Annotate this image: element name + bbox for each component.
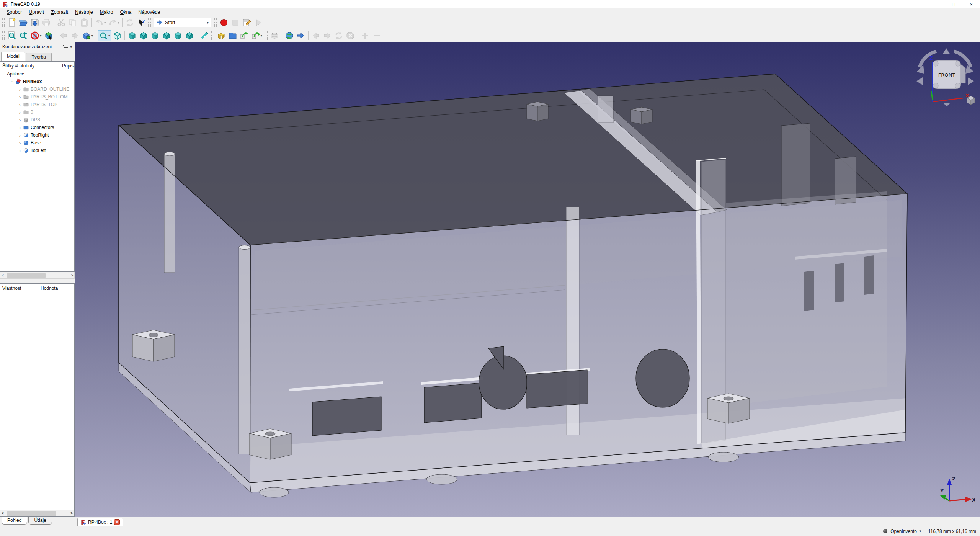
tree-item-topleft[interactable]: ›TopLeft bbox=[0, 147, 74, 154]
navcube-up-arrow[interactable] bbox=[942, 48, 950, 54]
fit-selection-button[interactable] bbox=[18, 30, 29, 41]
tree-item-0[interactable]: ›0 bbox=[0, 108, 74, 116]
expand-icon[interactable]: › bbox=[18, 87, 22, 92]
tree-item-parts-bottom[interactable]: ›PARTS_BOTTOM bbox=[0, 93, 74, 101]
home-view-button[interactable]: ▾ bbox=[81, 30, 95, 41]
renderer-selector[interactable]: OpenInvento ▼ bbox=[890, 529, 922, 534]
toolbar-drag-handle[interactable] bbox=[214, 18, 217, 27]
chevron-down-icon[interactable]: ▾ bbox=[261, 34, 263, 38]
document-tab[interactable]: RPi4Box : 1 ✕ bbox=[77, 518, 123, 526]
copy-button[interactable] bbox=[67, 17, 78, 28]
refresh-button[interactable] bbox=[124, 17, 136, 28]
macro-stop-button[interactable] bbox=[230, 17, 241, 28]
toolbar-drag-handle[interactable] bbox=[2, 31, 5, 40]
toolbar-drag-handle[interactable] bbox=[265, 31, 268, 40]
chevron-down-icon[interactable]: ▾ bbox=[40, 34, 42, 38]
property-column-value[interactable]: Hodnota bbox=[38, 286, 58, 291]
paste-button[interactable] bbox=[78, 17, 90, 28]
undo-button[interactable]: ▾ bbox=[93, 17, 107, 28]
zoom-out-button[interactable] bbox=[371, 30, 382, 41]
tree-item-base[interactable]: ›Base bbox=[0, 139, 74, 147]
minimize-button[interactable]: – bbox=[927, 0, 945, 8]
chevron-down-icon[interactable]: ▾ bbox=[91, 34, 93, 38]
view-front-button[interactable] bbox=[126, 30, 138, 41]
chevron-down-icon[interactable]: ▾ bbox=[104, 21, 106, 25]
toolbar-drag-handle[interactable] bbox=[211, 31, 214, 40]
tab-pohled[interactable]: Pohled bbox=[2, 517, 27, 525]
close-document-tab-button[interactable]: ✕ bbox=[114, 519, 120, 525]
tree-column-description[interactable]: Popis bbox=[60, 63, 74, 69]
menu-upravit[interactable]: Upravit bbox=[25, 9, 47, 15]
web-page-button[interactable] bbox=[269, 30, 280, 41]
make-link-group-button[interactable]: ▾ bbox=[250, 30, 264, 41]
fit-all-button[interactable] bbox=[6, 30, 18, 41]
make-link-button[interactable] bbox=[238, 30, 250, 41]
panel-splitter[interactable] bbox=[0, 279, 75, 283]
chevron-down-icon[interactable]: ▾ bbox=[118, 21, 120, 25]
macro-edit-button[interactable] bbox=[241, 17, 253, 28]
open-document-button[interactable] bbox=[18, 17, 29, 28]
create-group-button[interactable] bbox=[227, 30, 238, 41]
scroll-right-icon[interactable]: > bbox=[71, 273, 73, 278]
menu-okna[interactable]: Okna bbox=[116, 9, 135, 15]
tree-item-topright[interactable]: ›TopRight bbox=[0, 131, 74, 139]
property-column-name[interactable]: Vlastnost bbox=[0, 284, 38, 293]
close-button[interactable]: × bbox=[962, 0, 980, 8]
expand-icon[interactable]: › bbox=[18, 102, 22, 107]
maximize-button[interactable]: □ bbox=[945, 0, 962, 8]
browser-refresh-button[interactable] bbox=[333, 30, 345, 41]
toolbar-drag-handle[interactable] bbox=[148, 18, 151, 27]
toolbar-drag-handle[interactable] bbox=[2, 18, 5, 27]
menu-nastroje[interactable]: Nástroje bbox=[72, 9, 96, 15]
expand-icon[interactable]: › bbox=[18, 148, 22, 153]
expand-icon[interactable]: › bbox=[18, 141, 22, 145]
new-document-button[interactable] bbox=[6, 17, 18, 28]
tree-horizontal-scrollbar[interactable]: < > bbox=[0, 272, 75, 279]
expand-icon[interactable]: › bbox=[18, 125, 22, 130]
save-document-button[interactable] bbox=[29, 17, 41, 28]
menu-zobrazit[interactable]: Zobrazit bbox=[47, 9, 72, 15]
tree-item-rpi4box[interactable]: ›RPi4Box bbox=[0, 78, 74, 85]
navcube-mini-cube[interactable] bbox=[967, 96, 975, 105]
scroll-left-icon[interactable]: < bbox=[2, 511, 4, 515]
navcube-down-arrow[interactable] bbox=[943, 103, 951, 106]
3d-viewport[interactable]: FRONT Z X bbox=[75, 42, 980, 517]
tree-item-parts-top[interactable]: ›PARTS_TOP bbox=[0, 101, 74, 108]
close-panel-icon[interactable]: × bbox=[69, 44, 72, 49]
view-next-button[interactable] bbox=[69, 30, 81, 41]
navcube-right-arrow[interactable] bbox=[968, 77, 974, 85]
scroll-left-icon[interactable]: < bbox=[2, 273, 4, 278]
print-button[interactable] bbox=[41, 17, 52, 28]
macro-play-button[interactable] bbox=[253, 17, 264, 28]
menu-makro[interactable]: Makro bbox=[96, 9, 117, 15]
tab-model[interactable]: Model bbox=[1, 52, 25, 61]
expand-icon[interactable]: › bbox=[18, 133, 22, 138]
tab-udaje[interactable]: Údaje bbox=[28, 517, 52, 525]
view-top-button[interactable] bbox=[138, 30, 149, 41]
navigation-cube[interactable]: FRONT Z X bbox=[913, 44, 978, 106]
view-rear-button[interactable] bbox=[161, 30, 172, 41]
open-browser-button[interactable] bbox=[295, 30, 307, 41]
tree-item-aplikace[interactable]: Aplikace bbox=[0, 70, 74, 78]
expand-icon[interactable]: › bbox=[18, 95, 22, 100]
whats-this-button[interactable] bbox=[136, 17, 147, 28]
create-part-button[interactable] bbox=[216, 30, 227, 41]
box-element-selection-button[interactable] bbox=[43, 30, 54, 41]
scrollbar-thumb[interactable] bbox=[7, 273, 46, 278]
float-panel-icon[interactable] bbox=[63, 45, 66, 48]
tree-item-connectors[interactable]: ›Connectors bbox=[0, 124, 74, 131]
browser-forward-button[interactable] bbox=[322, 30, 333, 41]
expand-icon[interactable]: › bbox=[18, 110, 22, 115]
browser-back-button[interactable] bbox=[310, 30, 322, 41]
view-left-button[interactable] bbox=[184, 30, 195, 41]
menu-napoveda[interactable]: Nápověda bbox=[135, 9, 163, 15]
tab-tvorba[interactable]: Tvorba bbox=[26, 53, 52, 61]
tree-item-board-outline[interactable]: ›BOARD_OUTLINE bbox=[0, 85, 74, 93]
menu-soubor[interactable]: Soubor bbox=[3, 9, 25, 15]
redo-button[interactable]: ▾ bbox=[107, 17, 121, 28]
open-website-button[interactable] bbox=[284, 30, 295, 41]
tree-item-dps[interactable]: ›DPS bbox=[0, 116, 74, 124]
measure-distance-button[interactable] bbox=[199, 30, 210, 41]
collapse-icon[interactable]: › bbox=[10, 79, 15, 84]
navcube-left-arrow[interactable] bbox=[916, 77, 923, 85]
